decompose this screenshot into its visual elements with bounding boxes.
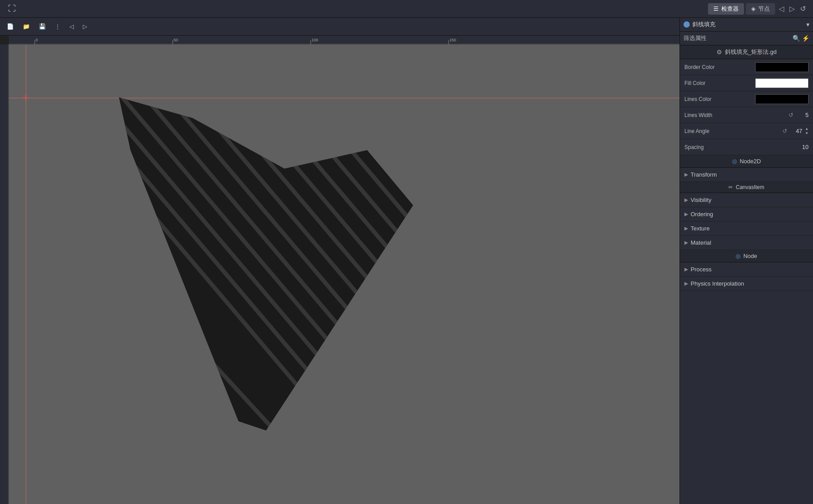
material-section: ▶ Material <box>680 236 813 250</box>
material-chevron: ▶ <box>684 240 688 246</box>
gear-icon: ⚙ <box>716 48 722 56</box>
script-section-header: ⚙ 斜线填充_矩形法.gd <box>680 45 813 59</box>
save-button[interactable]: 💾 <box>36 22 49 31</box>
svg-line-30 <box>331 44 680 504</box>
spacing-value: 10 <box>742 144 809 150</box>
vertical-ruler <box>0 44 9 504</box>
horizontal-ruler: 0 50 100 150 <box>9 36 680 44</box>
node-selector: 斜线填充 ▾ <box>680 18 813 32</box>
tab-node[interactable]: ◈ 节点 <box>746 3 775 15</box>
inspector-list-icon: ☰ <box>713 5 719 12</box>
ruler-v-svg <box>0 44 9 504</box>
physics-chevron: ▶ <box>684 281 688 286</box>
lines-color-label: Lines Color <box>684 96 742 102</box>
ruler-row: 0 50 100 150 <box>0 36 680 44</box>
material-header[interactable]: ▶ Material <box>680 236 813 250</box>
transform-section: ▶ Transform <box>680 168 813 182</box>
border-color-value <box>742 62 809 72</box>
more-button[interactable]: ⋮ <box>52 22 64 31</box>
node2d-section: ◎ Node2D <box>680 155 813 168</box>
border-color-label: Border Color <box>684 64 742 70</box>
texture-chevron: ▶ <box>684 226 688 231</box>
canvas-inner[interactable] <box>9 44 680 504</box>
spacing-label: Spacing <box>684 144 742 150</box>
canvas-viewport <box>0 44 680 504</box>
ruler-corner <box>0 36 9 44</box>
process-header[interactable]: ▶ Process <box>680 262 813 276</box>
filter-search-button[interactable]: 🔍 <box>793 35 800 42</box>
texture-header[interactable]: ▶ Texture <box>680 222 813 235</box>
lines-width-label: Lines Width <box>684 112 742 118</box>
ordering-header[interactable]: ▶ Ordering <box>680 207 813 221</box>
file-button[interactable]: 📄 <box>4 22 17 31</box>
lines-width-number: 5 <box>795 112 809 118</box>
canvas-area: 📄 📁 💾 ⋮ ◁ ▷ 0 50 <box>0 18 680 504</box>
tab-inspector[interactable]: ☰ 检查器 <box>708 3 744 15</box>
tab-inspector-label: 检查器 <box>721 5 739 13</box>
physics-header[interactable]: ▶ Physics Interpolation <box>680 277 813 290</box>
texture-section: ▶ Texture <box>680 222 813 236</box>
nav-fwd-button[interactable]: ▷ <box>80 22 90 31</box>
visibility-header[interactable]: ▶ Visibility <box>680 193 813 207</box>
folder-button[interactable]: 📁 <box>20 22 33 31</box>
process-label: Process <box>691 266 712 273</box>
transform-header[interactable]: ▶ Transform <box>680 168 813 181</box>
line-angle-number: 47 <box>789 128 802 134</box>
lines-color-row: Lines Color <box>680 91 813 107</box>
node-icon: ◈ <box>751 5 756 12</box>
node-section: ◎ Node <box>680 250 813 262</box>
script-name-label: 斜线填充_矩形法.gd <box>725 48 777 56</box>
pencil-icon: ✏ <box>728 184 733 190</box>
node-name-label: 斜线填充 <box>692 20 804 28</box>
line-angle-value: ↺ 47 ▲ ▼ <box>742 127 809 136</box>
line-angle-spin: ▲ ▼ <box>805 127 809 136</box>
tab-node-label: 节点 <box>758 5 770 13</box>
expand-button[interactable]: ⛶ <box>5 3 19 14</box>
filter-settings-button[interactable]: ⚡ <box>802 35 809 42</box>
physics-label: Physics Interpolation <box>691 280 744 287</box>
canvas-toolbar: 📄 📁 💾 ⋮ ◁ ▷ <box>0 18 680 36</box>
fill-color-row: Fill Color <box>680 75 813 91</box>
fill-color-swatch[interactable] <box>755 78 809 88</box>
top-bar-left: ⛶ <box>5 3 19 14</box>
nav-back-button[interactable]: ◁ <box>66 22 77 31</box>
lines-color-swatch[interactable] <box>755 94 809 104</box>
line-angle-up-button[interactable]: ▲ <box>805 127 809 131</box>
svg-text:50: 50 <box>174 38 178 42</box>
filter-label: 筛选属性 <box>684 34 791 42</box>
lines-width-value: ↺ 5 <box>742 112 809 118</box>
material-label: Material <box>691 239 711 246</box>
border-color-row: Border Color <box>680 59 813 75</box>
node2d-circle-icon: ◎ <box>732 158 737 165</box>
shape-canvas-svg <box>9 44 680 504</box>
visibility-chevron: ▶ <box>684 197 688 203</box>
node-label: Node <box>743 253 757 259</box>
inspector-tabs-bar: ☰ 检查器 ◈ 节点 ◁ ▷ ↺ <box>708 3 808 15</box>
ordering-section: ▶ Ordering <box>680 207 813 222</box>
line-angle-label: Line Angle <box>684 128 742 134</box>
line-angle-row: Line Angle ↺ 47 ▲ ▼ <box>680 123 813 139</box>
lines-width-reset-icon[interactable]: ↺ <box>789 112 793 118</box>
nav-next-button[interactable]: ▷ <box>788 4 797 14</box>
line-angle-down-button[interactable]: ▼ <box>805 131 809 136</box>
ruler-h-svg: 0 50 100 150 <box>9 36 680 44</box>
border-color-swatch[interactable] <box>755 62 809 72</box>
fill-color-label: Fill Color <box>684 80 742 86</box>
physics-section: ▶ Physics Interpolation <box>680 277 813 291</box>
right-panel: 斜线填充 ▾ 筛选属性 🔍 ⚡ ⚙ 斜线填充_矩形法.gd Border Col… <box>680 18 813 504</box>
nav-prev-button[interactable]: ◁ <box>777 4 786 14</box>
canvas-item-label: CanvasItem <box>736 184 764 190</box>
visibility-section: ▶ Visibility <box>680 193 813 207</box>
lines-width-row: Lines Width ↺ 5 <box>680 107 813 123</box>
svg-text:100: 100 <box>311 38 318 42</box>
canvas-item-section: ✏ CanvasItem <box>680 182 813 193</box>
spacing-row: Spacing 10 <box>680 139 813 155</box>
line-angle-reset-icon[interactable]: ↺ <box>782 128 787 134</box>
refresh-button[interactable]: ↺ <box>798 4 808 14</box>
lines-color-value <box>742 94 809 104</box>
node-dropdown-button[interactable]: ▾ <box>806 21 809 28</box>
node-circle-icon <box>684 21 690 28</box>
main-row: 📄 📁 💾 ⋮ ◁ ▷ 0 50 <box>0 18 813 504</box>
svg-line-31 <box>353 44 680 504</box>
node2d-label: Node2D <box>740 158 761 165</box>
